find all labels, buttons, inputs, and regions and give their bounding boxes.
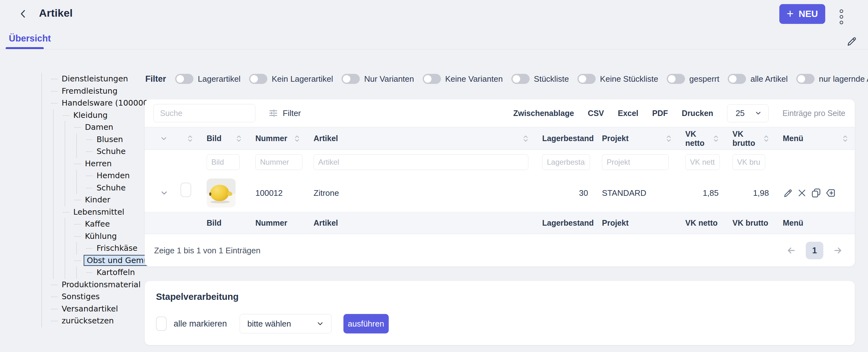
column-header-nummer[interactable]: Nummer (255, 134, 287, 143)
sort-icon[interactable] (523, 135, 528, 142)
column-header-bild[interactable]: Bild (207, 134, 221, 143)
filter-input-vk-brutto[interactable] (733, 154, 765, 170)
article-image-zitrone[interactable] (207, 179, 236, 207)
execute-button[interactable]: ausführen (343, 314, 389, 333)
tree-node-kaffee[interactable]: Kaffee (84, 219, 111, 229)
toggle-switch[interactable] (512, 74, 530, 84)
print-button[interactable]: Drucken (682, 109, 713, 118)
toggle-stueckliste[interactable]: Stückliste (512, 74, 569, 84)
select-all-checkbox[interactable] (156, 317, 167, 331)
toggle-switch[interactable] (342, 74, 360, 84)
toggle-lagerartikel[interactable]: Lagerartikel (175, 74, 241, 84)
toggle-switch[interactable] (249, 74, 267, 84)
edit-pencil-icon[interactable] (846, 35, 858, 47)
toggle-keine-stueckliste[interactable]: Keine Stückliste (578, 74, 658, 84)
toggle-switch[interactable] (796, 74, 814, 84)
toggle-switch[interactable] (423, 74, 441, 84)
tree-node-schuhe-damen[interactable]: Schuhe (95, 147, 127, 156)
toggle-alle-artikel[interactable]: alle Artikel (728, 74, 788, 84)
tree-node-fremdleistung[interactable]: Fremdleistung (60, 86, 119, 96)
sort-icon[interactable] (236, 135, 242, 142)
column-header-vk-netto[interactable]: VK netto (685, 129, 711, 148)
pagination: 1 (786, 242, 843, 259)
kebab-menu-icon[interactable] (838, 8, 844, 26)
edit-row-icon[interactable] (783, 188, 794, 198)
filter-input-nummer[interactable] (255, 154, 303, 170)
tree-node-handelsware[interactable]: Handelsware (100000) (60, 98, 153, 108)
tree-node-dienstleistungen[interactable]: Dienstleistungen (60, 74, 129, 84)
toggle-switch[interactable] (175, 74, 193, 84)
tree-node-hemden[interactable]: Hemden (95, 171, 131, 181)
copy-row-icon[interactable] (810, 187, 822, 199)
column-header-vk-brutto[interactable]: VK brutto (733, 129, 761, 148)
tag-add-icon[interactable] (825, 187, 836, 199)
filter-input-projekt[interactable] (602, 154, 669, 170)
page-number-button[interactable]: 1 (806, 242, 823, 259)
tree-node-kleidung[interactable]: Kleidung (72, 110, 109, 120)
column-header-lagerbestand[interactable]: Lagerbestand (542, 134, 594, 143)
footer-col-menue: Menü (776, 212, 855, 234)
cell-vk-netto: 1,85 (678, 174, 725, 212)
filter-input-lagerbestand[interactable] (542, 154, 590, 170)
filter-input-vk-netto[interactable] (685, 154, 720, 170)
new-button[interactable]: + NEU (779, 4, 825, 24)
tree-node-kuehlung[interactable]: Kühlung (84, 231, 118, 241)
tree-node-herren[interactable]: Herren (84, 159, 113, 168)
toggle-nur-varianten[interactable]: Nur Varianten (342, 74, 414, 84)
toggle-switch[interactable] (667, 74, 685, 84)
toggle-switch[interactable] (728, 74, 746, 84)
tree-item: Sonstiges (51, 291, 161, 303)
export-zwischenablage-button[interactable]: Zwischenablage (513, 109, 574, 118)
toggle-keine-varianten[interactable]: Keine Varianten (423, 74, 503, 84)
toggle-kein-lagerartikel[interactable]: Kein Lagerartikel (249, 74, 333, 84)
column-header-artikel[interactable]: Artikel (314, 134, 338, 143)
tab-uebersicht[interactable]: Übersicht (9, 33, 51, 44)
column-header-projekt[interactable]: Projekt (602, 134, 629, 143)
tree-node-versandartikel[interactable]: Versandartikel (60, 304, 119, 314)
sort-icon[interactable] (187, 135, 193, 142)
export-pdf-button[interactable]: PDF (652, 109, 668, 118)
sort-icon[interactable] (842, 135, 848, 142)
tree-node-produktionsmaterial[interactable]: Produktionsmaterial (60, 280, 142, 289)
page-size-select[interactable]: 25 (727, 104, 769, 122)
expand-all-icon[interactable] (160, 134, 168, 143)
tree-node-lebensmittel[interactable]: Lebensmittel (72, 207, 125, 217)
tree-node-schuhe-herren[interactable]: Schuhe (95, 183, 127, 193)
filter-input-bild[interactable] (207, 154, 240, 170)
table-info-bar: Zeige 1 bis 1 von 1 Einträgen 1 (145, 234, 855, 267)
row-expand-icon[interactable] (160, 189, 168, 197)
tree-node-kinder[interactable]: Kinder (84, 195, 112, 204)
page-size-value: 25 (736, 108, 745, 118)
cell-projekt: STANDARD (595, 174, 678, 212)
export-csv-button[interactable]: CSV (588, 109, 604, 118)
tree-node-sonstiges[interactable]: Sonstiges (60, 292, 101, 301)
table-header-row: Bild Nummer Artikel Lagerbestand Projekt… (145, 127, 855, 150)
previous-page-icon[interactable] (786, 246, 796, 256)
tree-node-kartoffeln[interactable]: Kartoffeln (95, 267, 136, 277)
sort-icon[interactable] (666, 135, 672, 142)
batch-action-select[interactable]: bitte wählen (240, 314, 332, 333)
tree-node-zuruecksetzen[interactable]: zurücksetzen (60, 316, 115, 326)
cell-nummer: 100012 (248, 174, 307, 212)
tree-node-damen[interactable]: Damen (84, 122, 115, 132)
tree-node-blusen[interactable]: Blusen (95, 134, 124, 144)
sort-icon[interactable] (764, 135, 769, 142)
filter-button[interactable]: Filter (269, 108, 301, 118)
search-input[interactable] (153, 104, 255, 122)
filter-input-artikel[interactable] (314, 154, 528, 170)
column-header-menue[interactable]: Menü (783, 134, 803, 143)
toggle-switch[interactable] (578, 74, 596, 84)
tree-node-frischkaese[interactable]: Frischkäse (95, 243, 139, 253)
row-checkbox[interactable] (181, 183, 191, 197)
sliders-icon (269, 108, 278, 118)
toggle-gesperrt[interactable]: gesperrt (667, 74, 719, 84)
toggle-nur-lagernde-artikel[interactable]: nur lagernde Artikel (796, 74, 868, 84)
delete-row-icon[interactable] (797, 188, 807, 198)
sort-icon[interactable] (713, 135, 719, 142)
sort-icon[interactable] (294, 135, 300, 142)
back-icon[interactable] (18, 8, 29, 20)
category-tree: Dienstleistungen Fremdleistung Handelswa… (40, 73, 161, 327)
next-page-icon[interactable] (833, 246, 843, 256)
export-excel-button[interactable]: Excel (618, 109, 638, 118)
article-table: Bild Nummer Artikel Lagerbestand Projekt… (145, 127, 855, 234)
